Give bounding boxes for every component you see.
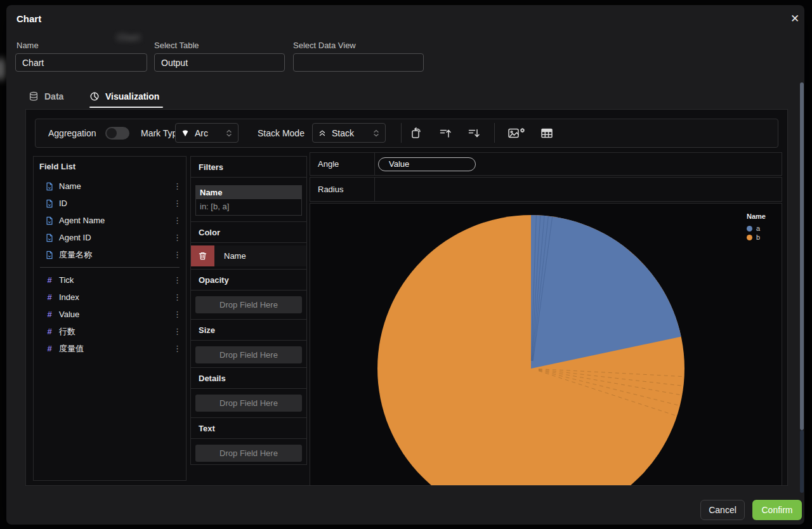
field-menu-icon[interactable]: ⋮ [173, 216, 181, 225]
dimension-field-icon [45, 251, 54, 259]
color-field-name: Name [224, 251, 246, 261]
tab-data[interactable]: Data [29, 88, 63, 105]
field-row-dimension[interactable]: Agent ID ⋮ [34, 229, 186, 246]
field-row-dimension[interactable]: Name ⋮ [34, 178, 186, 195]
chevron-updown-icon [372, 129, 380, 138]
select-table-input[interactable] [154, 53, 285, 72]
measure-field-icon: # [45, 275, 54, 285]
vertical-scrollbar-track[interactable] [800, 430, 804, 493]
close-icon[interactable]: ✕ [787, 10, 803, 27]
stack-mode-label: Stack Mode [258, 128, 304, 138]
field-menu-icon[interactable]: ⋮ [173, 327, 181, 336]
field-menu-icon[interactable]: ⋮ [173, 250, 181, 259]
filter-chip[interactable]: Name in: [b, a] [195, 185, 302, 216]
field-list-title: Field List [34, 157, 186, 178]
field-row-dimension[interactable]: 度量名称 ⋮ [34, 246, 186, 263]
toolbar-divider [401, 123, 402, 143]
details-dropzone[interactable]: Drop Field Here [191, 389, 306, 418]
toolbar-divider [494, 123, 495, 143]
legend-title: Name [747, 212, 766, 220]
field-menu-icon[interactable]: ⋮ [173, 181, 181, 191]
color-dropzone[interactable]: Name [191, 243, 306, 270]
field-row-measure[interactable]: # 度量值 ⋮ [34, 340, 186, 357]
dimension-field-icon [45, 182, 54, 191]
legend-item: a [747, 224, 766, 233]
sort-descending-button[interactable] [466, 125, 482, 141]
field-menu-icon[interactable]: ⋮ [173, 292, 181, 302]
field-row-measure[interactable]: # Index ⋮ [34, 289, 186, 306]
pie-chart [310, 204, 782, 485]
opacity-dropzone[interactable]: Drop Field Here [191, 291, 306, 320]
active-tab-underline [89, 107, 163, 108]
aggregation-toggle[interactable] [105, 127, 129, 140]
field-list-panel: Field List Name ⋮ ID ⋮ Agent Name ⋮ Agen… [33, 156, 187, 481]
sort-ascending-button[interactable] [437, 125, 454, 141]
text-section-title: Text [191, 418, 306, 439]
select-data-view-input[interactable] [293, 53, 424, 72]
angle-row: Angle Value [310, 152, 782, 176]
legend-swatch-b [747, 235, 752, 240]
trash-icon [198, 251, 207, 261]
export-image-button[interactable] [504, 125, 528, 141]
filters-dropzone[interactable]: Name in: [b, a] [191, 178, 306, 222]
filter-chip-field[interactable]: Name [196, 186, 301, 199]
pie-chart-icon [89, 91, 100, 101]
legend-item: b [747, 233, 766, 242]
gear-icon [520, 127, 525, 133]
field-menu-icon[interactable]: ⋮ [173, 310, 181, 319]
field-row-measure[interactable]: # Tick ⋮ [34, 271, 186, 289]
filter-chip-rule: in: [b, a] [196, 199, 301, 215]
cancel-button[interactable]: Cancel [700, 500, 745, 520]
stack-mode-select[interactable]: Stack [312, 123, 386, 143]
stack-mode-value: Stack [332, 128, 354, 138]
angle-field-pill[interactable]: Value [378, 157, 476, 171]
size-dropzone[interactable]: Drop Field Here [191, 341, 306, 368]
dimension-field-icon [45, 216, 54, 225]
text-dropzone[interactable]: Drop Field Here [191, 439, 306, 467]
legend-swatch-a [747, 226, 752, 232]
drop-field-placeholder: Drop Field Here [195, 395, 302, 412]
field-row-measure[interactable]: # 行数 ⋮ [34, 323, 186, 340]
dialog-title: Chart [16, 13, 41, 24]
database-icon [29, 91, 39, 101]
measure-field-icon: # [45, 292, 54, 302]
select-table-label: Select Table [154, 41, 199, 50]
field-menu-icon[interactable]: ⋮ [173, 275, 181, 285]
chart-canvas: Name a b [310, 203, 782, 486]
filters-section-title: Filters [191, 157, 306, 178]
name-input[interactable] [15, 53, 147, 72]
field-menu-icon[interactable]: ⋮ [173, 344, 181, 353]
table-view-button[interactable] [539, 125, 555, 141]
tab-data-label: Data [44, 91, 63, 101]
remove-field-button[interactable] [191, 245, 214, 266]
measure-field-icon: # [45, 327, 54, 336]
measure-field-icon: # [45, 344, 54, 353]
arc-mark-icon [181, 129, 190, 138]
size-section-title: Size [191, 320, 306, 341]
field-list-divider [40, 267, 180, 268]
vertical-scrollbar-thumb[interactable] [800, 82, 804, 430]
details-section-title: Details [191, 368, 306, 389]
background-ghost-blob [0, 58, 5, 80]
field-row-measure[interactable]: # Value ⋮ [34, 306, 186, 323]
opacity-section-title: Opacity [191, 270, 306, 291]
field-row-dimension[interactable]: ID ⋮ [34, 195, 186, 212]
drop-field-placeholder: Drop Field Here [195, 445, 302, 462]
encodings-column: Filters Name in: [b, a] Color Name Opaci… [190, 156, 307, 465]
color-field-chip[interactable]: Name [191, 245, 306, 266]
select-data-view-label: Select Data View [293, 41, 356, 50]
chevron-updown-icon [225, 129, 233, 138]
mark-type-select[interactable]: Arc [175, 123, 239, 143]
tab-visualization-label: Visualization [105, 91, 159, 101]
aggregation-label: Aggregation [48, 128, 96, 138]
confirm-button[interactable]: Confirm [752, 500, 802, 520]
field-menu-icon[interactable]: ⋮ [173, 233, 181, 242]
field-menu-icon[interactable]: ⋮ [173, 199, 181, 208]
chart-legend: Name a b [747, 212, 766, 242]
measure-field-icon: # [45, 310, 54, 319]
tab-visualization[interactable]: Visualization [89, 88, 159, 105]
transpose-button[interactable] [408, 125, 424, 141]
field-row-dimension[interactable]: Agent Name ⋮ [34, 212, 186, 229]
dimension-field-icon [45, 233, 54, 242]
dimension-field-icon [45, 199, 54, 208]
